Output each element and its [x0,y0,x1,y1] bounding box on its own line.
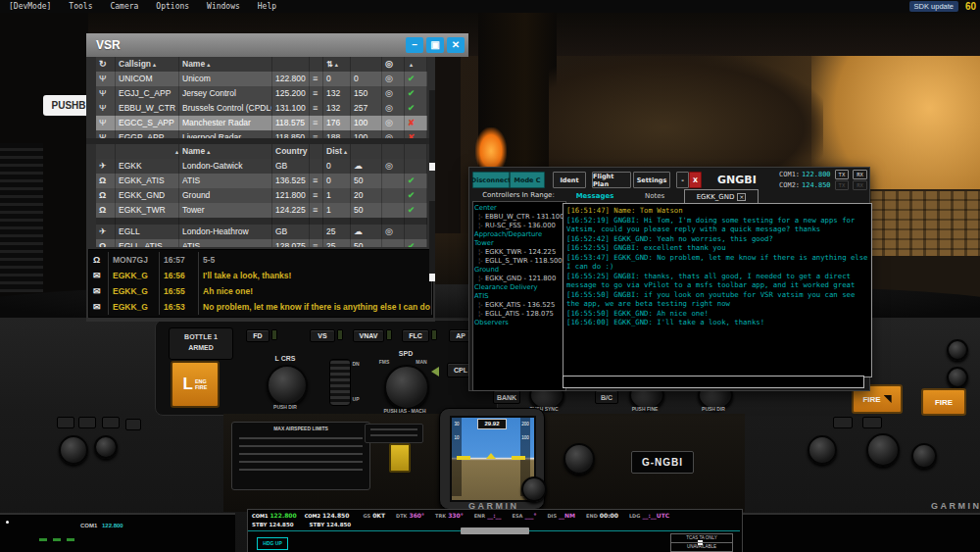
popout-button[interactable]: ▣ [426,37,444,53]
left-engine-fire-button[interactable]: L ENG FIRE [171,361,220,408]
menu-item[interactable]: Tools [60,2,101,11]
spacer-column-header[interactable] [310,144,323,159]
airport-row[interactable]: EGLL_ATIS ATIS 128.075 25 50 [96,239,427,247]
dist-column-header[interactable]: Dist [323,144,351,159]
side-button[interactable] [102,417,120,428]
airports-scrollbar[interactable] [429,201,435,281]
side-button[interactable] [833,417,853,428]
com1-tx-button[interactable]: TX [835,170,850,179]
bank-button[interactable]: BANK [493,390,520,404]
standby-cage-knob[interactable] [521,477,547,502]
menu-item[interactable]: Help [249,2,285,11]
tab-messages[interactable]: Messages [564,189,625,203]
row-value-or-cloud-icon[interactable] [351,218,382,225]
station-row[interactable]: EBBU_W_CTR Brussels Control (CPDLC/P 131… [96,101,427,116]
airports-header-row[interactable]: Name Country Dist [96,144,427,159]
stations-header-row[interactable]: Callsign Name [96,57,427,72]
menu-item[interactable]: Camera [101,2,147,11]
status-column-header[interactable] [405,57,427,72]
right-col-knob-1[interactable] [947,339,968,361]
controller-entry[interactable]: EGLL_ATIS - 128.075 [474,310,564,319]
location-pin-icon[interactable] [382,203,405,218]
controller-entry[interactable]: EBBU_W_CTR - 131.100 [474,213,564,222]
menu-item[interactable]: Options [147,2,198,11]
com1-rx-button[interactable]: RX [853,170,867,179]
crs-knob[interactable] [267,365,308,406]
minimize-button[interactable]: – [406,37,423,53]
station-row[interactable]: EGGP_APP Liverpool Radar 118.850 188 100 [96,130,427,138]
controller-entry[interactable]: EGKK_GND - 121.800 [474,275,564,283]
callsign-column-header[interactable]: Callsign [116,57,179,72]
right-knob-2[interactable] [866,433,900,467]
airport-row[interactable]: EGLL London-Heathrow GB 25 [96,225,427,239]
scrollbar-thumb[interactable] [429,163,435,171]
bottle1-armed-button[interactable]: BOTTLE 1 ARMED [169,327,233,360]
sdk-update-badge[interactable]: SDK update [909,1,958,12]
tab-notes[interactable]: Notes [627,189,682,203]
guarded-switch[interactable] [389,443,411,473]
controller-entry[interactable]: ATIS [474,292,564,301]
row-value-or-cloud-icon[interactable]: 20 [351,188,382,203]
location-pin-icon[interactable] [382,72,405,86]
name-column-header[interactable]: Name [179,144,272,159]
flight-plan-button[interactable]: Flight Plan [592,172,631,188]
sort-column-header[interactable] [323,57,351,72]
station-row[interactable]: EGCC_S_APP Manchester Radar 118.575 176 … [96,116,427,130]
location-pin-icon[interactable] [382,225,405,239]
list-icon[interactable] [310,86,323,101]
list-icon[interactable] [310,239,323,247]
fd-button[interactable]: FD [246,329,270,342]
controller-entry[interactable]: EGKK_ATIS - 136.525 [474,301,564,310]
chat-row[interactable]: MON7GJ 16:57 5-5 [89,252,432,268]
close-button[interactable]: ✕ [447,37,465,53]
speed-knob[interactable] [384,365,429,410]
row-value-or-cloud-icon[interactable]: 50 [351,239,382,247]
scrollbar-thumb[interactable] [429,274,435,281]
com2-tx-button[interactable]: TX [835,180,850,190]
mfd-softkey-tab[interactable] [461,527,529,534]
list-icon[interactable] [310,203,323,218]
location-pin-icon[interactable] [382,101,405,116]
country-column-header[interactable]: Country [272,144,310,159]
chat-row[interactable]: EGKK_G 16:55 Ah nice one! [89,283,432,299]
fire-button-right[interactable]: FIRE [921,388,966,416]
airport-row[interactable] [96,218,427,225]
right-col-knob-2[interactable] [947,367,968,388]
row-value-or-cloud-icon[interactable] [351,225,382,239]
blank-column-header[interactable] [405,144,427,159]
icon-column-header[interactable] [96,144,116,159]
controller-entry[interactable]: Clearance Delivery [474,283,564,292]
left-knob-2[interactable] [94,435,118,459]
row-value-or-cloud-icon[interactable]: 50 [351,203,382,218]
controller-entry[interactable]: Approach/Departure [474,230,564,239]
vpilot-chat-log[interactable]: [16:51:47] Name: Tom Watson [16:52:19] G… [563,203,872,377]
row-value-or-cloud-icon[interactable]: 50 [351,174,382,188]
location-pin-icon[interactable] [382,159,405,174]
controller-entry[interactable]: Tower [474,239,564,248]
airport-row[interactable]: EGKK_ATIS ATIS 136.525 0 50 [96,174,427,188]
tab-egkk-gnd[interactable]: EGKK_GND × [684,189,759,204]
list-icon[interactable] [310,72,323,86]
location-pin-icon[interactable] [382,116,405,130]
location-pin-icon[interactable] [382,130,405,138]
airport-row[interactable]: EGKK London-Gatwick GB 0 [96,159,427,174]
airport-row[interactable]: EGKK_TWR Tower 124.225 1 50 [96,203,427,218]
blank-column-header[interactable] [351,144,382,159]
chat-row[interactable]: EGKK_G 16:56 I'll take a look, thanks! [89,268,432,283]
vnav-button[interactable]: VNAV [353,329,384,342]
controller-entry[interactable]: Center [474,204,564,213]
bc-button[interactable]: B/C [595,390,618,404]
vs-button[interactable]: VS [310,329,335,342]
pitch-wheel[interactable] [329,359,351,406]
location-pin-icon[interactable] [382,218,405,225]
side-button[interactable] [125,419,141,430]
minimize-button[interactable]: - [676,172,689,188]
list-icon[interactable] [310,218,323,225]
controller-entry[interactable]: RU-SC_FSS - 136.000 [474,222,564,230]
controller-entry[interactable]: Ground [474,266,564,275]
chat-input[interactable] [563,376,864,388]
name-column-header[interactable]: Name [179,57,272,72]
mode-c-button[interactable]: Mode C [510,172,545,188]
side-button[interactable] [862,417,882,428]
menu-item[interactable]: Windows [198,2,249,11]
